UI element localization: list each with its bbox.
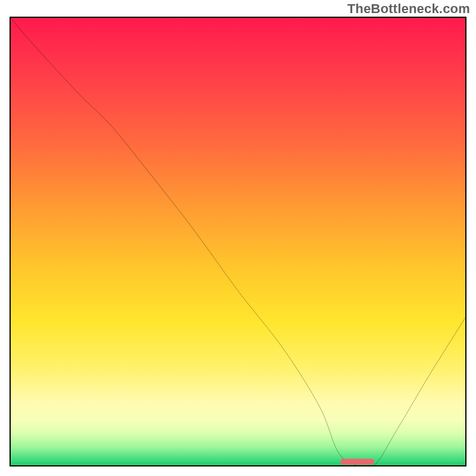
curve-svg — [11, 18, 465, 465]
chart-container: TheBottleneck.com — [0, 0, 476, 476]
watermark-text: TheBottleneck.com — [347, 1, 470, 17]
optimal-range-marker — [340, 459, 374, 465]
plot-area — [10, 17, 466, 466]
bottleneck-curve-path — [11, 18, 465, 465]
